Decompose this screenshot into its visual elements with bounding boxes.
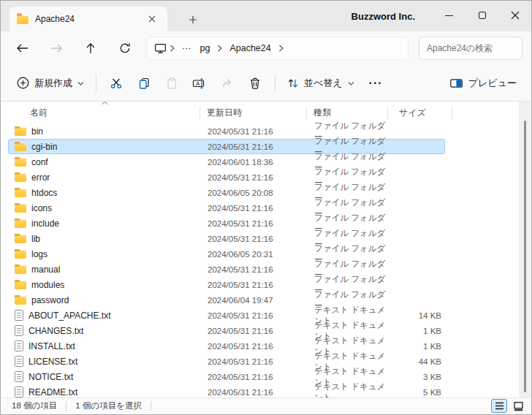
copy-button[interactable] <box>130 71 158 96</box>
file-size: 44 KB <box>388 357 446 366</box>
toolbar-separator <box>96 75 96 92</box>
thumbnail-view-icon <box>513 401 524 411</box>
minimize-icon <box>445 15 453 16</box>
file-icon <box>15 173 26 182</box>
file-modified: 2024/05/31 21:16 <box>206 127 307 136</box>
up-button[interactable] <box>80 37 102 59</box>
file-modified: 2024/05/31 21:16 <box>206 204 307 213</box>
file-name: password <box>31 295 69 305</box>
forward-button[interactable] <box>45 37 67 59</box>
back-button[interactable] <box>11 37 33 59</box>
file-icon <box>15 281 26 289</box>
column-divider[interactable] <box>306 107 307 119</box>
items-count: 18 個の項目 <box>12 400 57 411</box>
file-icon <box>15 356 23 367</box>
minimize-button[interactable] <box>433 1 466 30</box>
file-name: modules <box>31 280 64 290</box>
rename-button[interactable]: A <box>186 71 213 96</box>
circle-plus-icon <box>17 77 29 89</box>
close-icon <box>511 11 520 20</box>
arrow-left-icon <box>16 43 28 53</box>
file-modified: 2024/06/05 20:31 <box>206 250 307 259</box>
column-header-size[interactable]: サイズ <box>387 107 445 119</box>
file-modified: 2024/05/31 21:16 <box>206 373 307 381</box>
more-options-button[interactable]: ··· <box>360 77 392 90</box>
file-name: lib <box>31 234 40 244</box>
search-input[interactable] <box>419 37 522 60</box>
status-separator <box>66 401 66 411</box>
file-icon <box>15 127 26 136</box>
file-icon <box>15 296 26 305</box>
status-bar: 18 個の項目 1 個の項目を選択 <box>1 397 531 414</box>
paste-button[interactable] <box>158 71 186 96</box>
tab-close-icon[interactable] <box>144 11 160 27</box>
file-icon <box>15 310 23 321</box>
tab-title: Apache24 <box>35 14 144 24</box>
new-button-label: 新規作成 <box>34 77 72 90</box>
preview-toggle-button[interactable]: プレビュー <box>445 72 521 94</box>
file-size: 5 KB <box>388 388 446 397</box>
breadcrumb-item-apache24[interactable]: Apache24 <box>225 42 275 55</box>
file-modified: 2024/05/31 21:16 <box>206 311 307 320</box>
file-name: htdocs <box>31 188 57 198</box>
chevron-down-icon <box>77 81 84 85</box>
file-icon <box>15 371 23 382</box>
file-modified: 2024/05/31 21:16 <box>206 357 307 366</box>
file-icon <box>15 219 26 228</box>
details-view-button[interactable] <box>491 399 507 413</box>
share-button[interactable] <box>213 71 241 96</box>
new-button[interactable]: 新規作成 <box>11 72 90 94</box>
share-icon <box>221 77 234 90</box>
file-modified: 2024/05/31 21:16 <box>206 281 307 289</box>
more-icon: ··· <box>369 77 383 89</box>
column-header-name[interactable]: 名前 <box>14 107 205 119</box>
new-tab-button[interactable] <box>185 12 201 28</box>
status-separator <box>151 401 151 411</box>
refresh-button[interactable] <box>114 37 136 59</box>
maximize-button[interactable] <box>466 1 498 30</box>
selection-count: 1 個の項目を選択 <box>75 400 142 411</box>
breadcrumb-item-pg[interactable]: pg <box>196 42 215 55</box>
delete-button[interactable] <box>241 71 269 96</box>
column-divider[interactable] <box>387 107 388 119</box>
file-name: bin <box>31 126 43 137</box>
chevron-right-icon <box>170 45 175 52</box>
file-size: 1 KB <box>388 342 446 351</box>
toolbar-separator <box>275 75 276 92</box>
file-modified: 2024/05/31 21:16 <box>206 388 307 397</box>
breadcrumb-ellipsis[interactable]: ··· <box>178 42 196 55</box>
file-modified: 2024/05/31 21:16 <box>206 327 307 335</box>
file-name: INSTALL.txt <box>28 341 75 351</box>
column-headers: 名前 更新日時 種類 サイズ <box>8 102 531 123</box>
arrow-right-icon <box>50 43 63 53</box>
file-size: 1 KB <box>388 327 446 335</box>
maximize-icon <box>479 12 486 19</box>
column-header-modified[interactable]: 更新日時 <box>205 107 306 119</box>
column-header-type[interactable]: 種類 <box>306 107 387 119</box>
scrollbar-thumb[interactable] <box>524 121 526 392</box>
breadcrumb: ··· pg Apache24 <box>146 37 408 60</box>
column-divider[interactable] <box>200 107 200 119</box>
vertical-scrollbar[interactable] <box>519 102 531 414</box>
close-button[interactable] <box>498 1 531 30</box>
file-name: cgi-bin <box>31 142 57 152</box>
titlebar: Apache24 Buzzword Inc. <box>1 1 531 31</box>
file-icon <box>15 204 26 213</box>
file-name: logs <box>31 249 48 259</box>
file-icon <box>15 235 26 243</box>
scissors-cut-icon <box>110 77 123 90</box>
sort-button[interactable]: 並べ替え <box>281 72 360 94</box>
chevron-right-icon <box>278 45 284 52</box>
navigation-bar: ··· pg Apache24 <box>1 31 531 65</box>
file-modified: 2024/05/31 21:16 <box>206 342 307 351</box>
file-name: CHANGES.txt <box>28 326 83 336</box>
clipboard-paste-icon <box>165 77 178 90</box>
column-divider[interactable] <box>452 107 452 119</box>
file-icon <box>15 265 26 274</box>
file-modified: 2024/06/04 19:47 <box>206 296 307 305</box>
file-name: NOTICE.txt <box>28 372 73 382</box>
thumbnail-view-button[interactable] <box>510 399 526 413</box>
tab-apache24[interactable]: Apache24 <box>10 7 167 31</box>
cut-button[interactable] <box>102 71 130 96</box>
arrow-up-icon <box>86 42 96 54</box>
